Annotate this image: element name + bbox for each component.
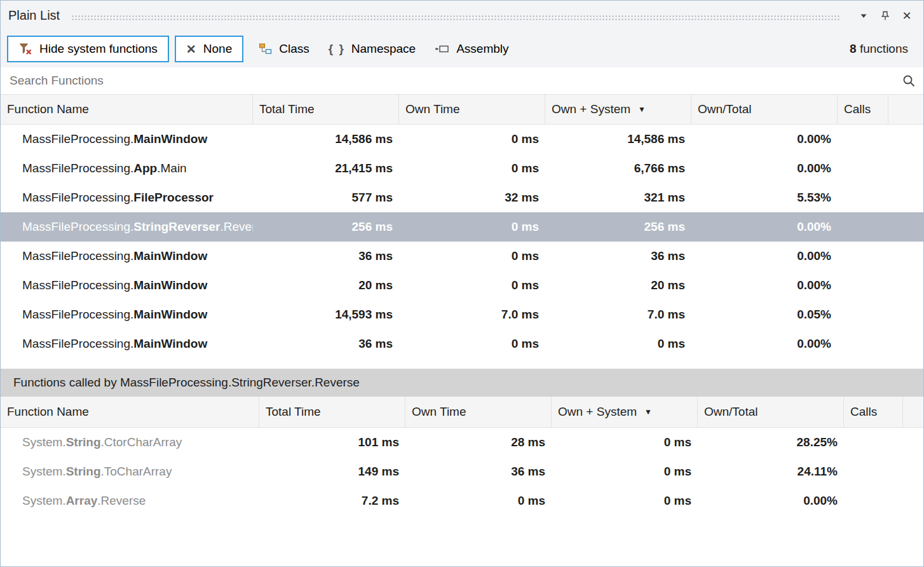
function-class: MainWindow: [133, 308, 207, 321]
assembly-icon: [435, 43, 450, 55]
own-time-cell: 0 ms: [399, 220, 545, 234]
function-name-cell: MassFileProcessing.MainWindow: [1, 308, 253, 322]
table-row[interactable]: MassFileProcessing.MainWindow 20 ms 0 ms…: [1, 271, 923, 300]
close-button[interactable]: ✕: [898, 7, 916, 25]
table-row[interactable]: MassFileProcessing.App.Main 21,415 ms 0 …: [1, 154, 923, 183]
function-namespace: System.: [22, 435, 66, 449]
namespace-braces-icon: { }: [329, 42, 345, 56]
pin-button[interactable]: [876, 7, 894, 25]
column-header-own-system[interactable]: Own + System ▼: [552, 397, 698, 427]
function-method: .Main: [157, 161, 186, 175]
none-x-icon: ✕: [186, 42, 196, 57]
total-time-cell: 36 ms: [253, 249, 399, 263]
own-system-cell: 0 ms: [545, 337, 691, 351]
own-system-label: Own + System: [558, 405, 637, 419]
own-time-cell: 0 ms: [405, 494, 552, 508]
group-namespace-label: Namespace: [351, 42, 416, 56]
function-namespace: MassFileProcessing.: [22, 249, 133, 263]
own-total-cell: 0.00%: [698, 494, 844, 508]
column-header-own-total[interactable]: Own/Total: [698, 397, 844, 427]
column-header-calls[interactable]: Calls: [838, 95, 888, 124]
toolbar: Hide system functions ✕ None Class { } N…: [1, 31, 923, 67]
function-namespace: MassFileProcessing.: [22, 161, 133, 175]
function-class: MainWindow: [133, 249, 207, 263]
total-time-cell: 256 ms: [253, 220, 399, 234]
header-filler: [888, 95, 923, 124]
functions-count-label: functions: [860, 42, 908, 55]
function-name-cell: MassFileProcessing.FileProcessor: [1, 191, 253, 205]
group-assembly-button[interactable]: Assembly: [425, 36, 518, 62]
table-row-selected[interactable]: MassFileProcessing.StringReverser.Revers…: [1, 212, 923, 242]
table-row[interactable]: System.Array.Reverse 7.2 ms 0 ms 0 ms 0.…: [1, 486, 923, 516]
total-time-cell: 577 ms: [253, 191, 399, 205]
column-header-own-time[interactable]: Own Time: [399, 95, 545, 124]
column-header-own-system[interactable]: Own + System ▼: [545, 95, 691, 124]
titlebar: Plain List ✕: [1, 1, 923, 31]
function-namespace: System.: [22, 494, 66, 507]
function-name-cell: System.String.ToCharArray: [1, 465, 259, 479]
group-none-label: None: [203, 42, 232, 56]
table-row[interactable]: System.String.ToCharArray 149 ms 36 ms 0…: [1, 457, 923, 486]
own-total-cell: 0.00%: [691, 249, 838, 263]
function-class: StringReverser: [133, 220, 220, 233]
function-class: FileProcessor: [133, 191, 214, 204]
column-header-total-time[interactable]: Total Time: [259, 397, 405, 427]
search-input[interactable]: [8, 73, 902, 88]
group-none-button[interactable]: ✕ None: [175, 36, 243, 62]
hide-system-functions-label: Hide system functions: [39, 42, 158, 56]
callee-table-body: System.String.CtorCharArray 101 ms 28 ms…: [1, 428, 923, 516]
column-header-own-time[interactable]: Own Time: [405, 397, 552, 427]
own-system-cell: 321 ms: [545, 191, 691, 205]
own-system-cell: 0 ms: [552, 435, 698, 449]
function-class: String: [66, 465, 101, 478]
own-system-cell: 7.0 ms: [545, 308, 691, 322]
total-time-cell: 14,586 ms: [253, 132, 399, 146]
group-class-button[interactable]: Class: [249, 36, 319, 62]
table-row[interactable]: MassFileProcessing.FileProcessor 577 ms …: [1, 183, 923, 212]
hide-system-functions-button[interactable]: Hide system functions: [7, 36, 169, 62]
window-menu-button[interactable]: [855, 7, 873, 25]
own-time-cell: 36 ms: [405, 465, 552, 479]
main-table-header: Function Name Total Time Own Time Own + …: [1, 95, 923, 125]
group-namespace-button[interactable]: { } Namespace: [319, 36, 425, 62]
own-time-cell: 0 ms: [399, 249, 545, 263]
filter-system-functions-icon: [18, 42, 32, 56]
table-row[interactable]: System.String.CtorCharArray 101 ms 28 ms…: [1, 428, 923, 457]
drag-handle[interactable]: [71, 15, 839, 20]
pin-icon: [880, 11, 890, 21]
function-name-cell: MassFileProcessing.StringReverser.Revers…: [1, 220, 253, 234]
own-system-cell: 256 ms: [545, 220, 691, 234]
own-total-cell: 0.00%: [691, 132, 838, 146]
own-system-label: Own + System: [552, 102, 630, 116]
function-method: .Reverse: [221, 220, 253, 233]
function-name-cell: System.String.CtorCharArray: [1, 435, 259, 449]
total-time-cell: 36 ms: [253, 337, 399, 351]
function-name-cell: MassFileProcessing.MainWindow: [1, 132, 253, 146]
table-row[interactable]: MassFileProcessing.MainWindow 14,586 ms …: [1, 125, 923, 154]
sort-descending-icon: ▼: [638, 105, 646, 114]
column-header-function-name[interactable]: Function Name: [1, 95, 253, 124]
column-header-calls[interactable]: Calls: [844, 397, 903, 427]
own-total-cell: 0.00%: [691, 337, 838, 351]
function-namespace: System.: [22, 465, 66, 478]
table-row[interactable]: MassFileProcessing.MainWindow 36 ms 0 ms…: [1, 242, 923, 271]
function-class: Array: [66, 494, 98, 507]
own-total-cell: 0.00%: [691, 220, 838, 234]
table-row[interactable]: MassFileProcessing.MainWindow 36 ms 0 ms…: [1, 329, 923, 359]
own-time-cell: 32 ms: [399, 191, 545, 205]
search-bar: [1, 67, 923, 95]
table-row[interactable]: MassFileProcessing.MainWindow 14,593 ms …: [1, 300, 923, 329]
column-header-total-time[interactable]: Total Time: [253, 95, 399, 124]
own-system-cell: 20 ms: [545, 278, 691, 292]
total-time-cell: 101 ms: [259, 435, 405, 449]
own-total-cell: 0.05%: [691, 308, 838, 322]
spacer: [1, 359, 923, 369]
group-class-label: Class: [279, 42, 309, 56]
own-total-cell: 24.11%: [698, 465, 844, 479]
column-header-own-total[interactable]: Own/Total: [691, 95, 838, 124]
search-icon[interactable]: [902, 74, 916, 88]
own-system-cell: 36 ms: [545, 249, 691, 263]
own-system-cell: 6,766 ms: [545, 161, 691, 175]
total-time-cell: 149 ms: [259, 465, 405, 479]
column-header-function-name[interactable]: Function Name: [1, 397, 259, 427]
